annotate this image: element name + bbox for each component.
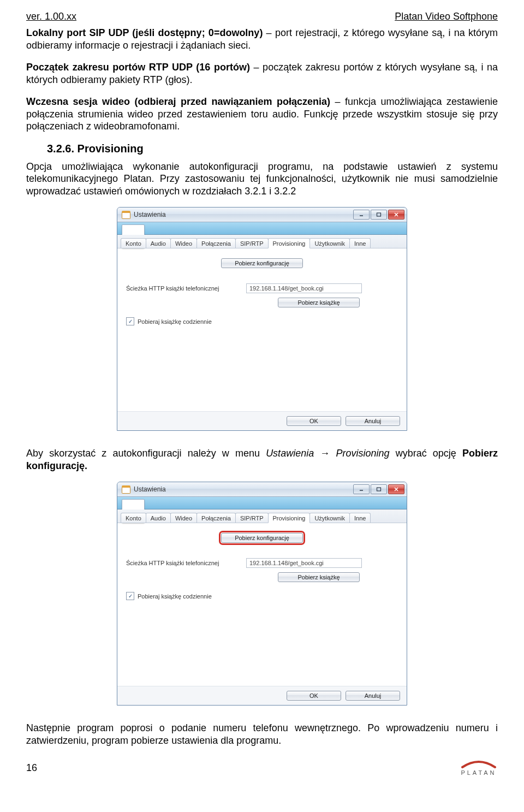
- tab-wideo[interactable]: Wideo: [170, 513, 197, 523]
- paragraph-rtp: Początek zakresu portów RTP UDP (16 port…: [26, 61, 498, 86]
- minimize-button[interactable]: [353, 484, 370, 494]
- svg-rect-1: [377, 213, 381, 216]
- paragraph-provisioning: Opcja umożliwiająca wykonanie autokonfig…: [26, 161, 498, 198]
- daily-checkbox-label: Pobieraj książkę codziennie: [138, 318, 212, 325]
- paragraph-sip: Lokalny port SIP UDP (jeśli dostępny; 0=…: [26, 27, 498, 51]
- tab-bar: Konto Audio Wideo Połączenia SIP/RTP Pro…: [117, 235, 407, 248]
- tab-audio[interactable]: Audio: [146, 238, 171, 248]
- get-config-button-highlighted[interactable]: Pobierz konfigurację: [221, 533, 303, 543]
- tab-konto[interactable]: Konto: [121, 238, 146, 248]
- phonebook-path-field[interactable]: 192.168.1.148/get_book.cgi: [246, 283, 362, 293]
- tab-provisioning[interactable]: Provisioning: [268, 513, 311, 523]
- tab-siprtp[interactable]: SIP/RTP: [235, 238, 269, 248]
- daily-checkbox[interactable]: ✓: [126, 592, 134, 600]
- version-text: ver. 1.00.xx: [26, 11, 76, 22]
- maximize-button[interactable]: [371, 484, 387, 494]
- titlebar: Ustawienia: [117, 208, 407, 222]
- svg-rect-5: [377, 488, 381, 491]
- tab-uzytkownik[interactable]: Użytkownik: [309, 238, 350, 248]
- cancel-button[interactable]: Anuluj: [346, 691, 400, 701]
- window-title-2: Ustawienia: [134, 485, 353, 493]
- minimize-button[interactable]: [353, 210, 370, 220]
- platan-logo: PLATAN: [460, 760, 498, 776]
- background-strip: [117, 497, 407, 509]
- maximize-button[interactable]: [371, 210, 387, 220]
- tab-konto[interactable]: Konto: [121, 513, 146, 523]
- page-number: 16: [26, 762, 37, 774]
- paragraph-instruction: Aby skorzystać z autokonfiguracji należy…: [26, 447, 498, 472]
- p5-arrow: →: [314, 448, 336, 459]
- p5a: Aby skorzystać z autokonfiguracji należy…: [26, 448, 266, 459]
- paragraph-next-step: Następnie program poprosi o podanie nume…: [26, 722, 498, 746]
- app-icon: [122, 485, 130, 494]
- close-button[interactable]: [388, 210, 404, 220]
- para2-bold: Początek zakresu portów RTP UDP (16 port…: [26, 62, 250, 73]
- window-title: Ustawienia: [134, 211, 353, 218]
- p5-i2: Provisioning: [336, 448, 389, 459]
- tab-audio[interactable]: Audio: [146, 513, 171, 523]
- get-config-button[interactable]: Pobierz konfigurację: [221, 258, 303, 268]
- get-book-button[interactable]: Pobierz książkę: [278, 572, 360, 582]
- ok-button[interactable]: OK: [287, 416, 341, 426]
- titlebar-2: Ustawienia: [117, 482, 407, 497]
- logo-text: PLATAN: [461, 769, 496, 776]
- phonebook-path-field[interactable]: 192.168.1.148/get_book.cgi: [246, 558, 362, 568]
- settings-window-2: Ustawienia Konto Audio Wideo Połączenia …: [117, 482, 407, 706]
- close-button[interactable]: [388, 484, 404, 494]
- tab-wideo[interactable]: Wideo: [170, 238, 197, 248]
- daily-checkbox[interactable]: ✓: [126, 317, 134, 325]
- background-strip: [117, 222, 407, 235]
- product-text: Platan Video Softphone: [395, 11, 498, 22]
- tab-provisioning[interactable]: Provisioning: [268, 238, 311, 248]
- app-icon: [122, 211, 130, 219]
- paragraph-video: Wczesna sesja wideo (odbieraj przed nawi…: [26, 96, 498, 133]
- tab-siprtp[interactable]: SIP/RTP: [235, 513, 269, 523]
- tab-inne[interactable]: Inne: [349, 238, 371, 248]
- cancel-button[interactable]: Anuluj: [346, 416, 400, 426]
- para1-bold: Lokalny port SIP UDP (jeśli dostępny; 0=…: [26, 27, 263, 38]
- phonebook-path-label: Ścieżka HTTP książki telefonicznej: [126, 560, 246, 566]
- tab-polaczenia[interactable]: Połączenia: [196, 238, 236, 248]
- ok-button[interactable]: OK: [287, 691, 341, 701]
- daily-checkbox-label: Pobieraj książkę codziennie: [138, 593, 212, 600]
- p5b: wybrać opcję: [390, 448, 462, 459]
- tab-uzytkownik[interactable]: Użytkownik: [309, 513, 350, 523]
- settings-window-1: Ustawienia Konto Audio Wideo Połączenia …: [117, 207, 407, 431]
- para3-bold: Wczesna sesja wideo (odbieraj przed nawi…: [26, 96, 330, 107]
- phonebook-path-label: Ścieżka HTTP książki telefonicznej: [126, 285, 246, 292]
- tab-inne[interactable]: Inne: [349, 513, 371, 523]
- tab-polaczenia[interactable]: Połączenia: [196, 513, 236, 523]
- section-heading: 3.2.6. Provisioning: [47, 143, 498, 155]
- p5-i1: Ustawienia: [266, 448, 314, 459]
- tab-bar-2: Konto Audio Wideo Połączenia SIP/RTP Pro…: [117, 509, 407, 523]
- get-book-button[interactable]: Pobierz książkę: [278, 298, 360, 307]
